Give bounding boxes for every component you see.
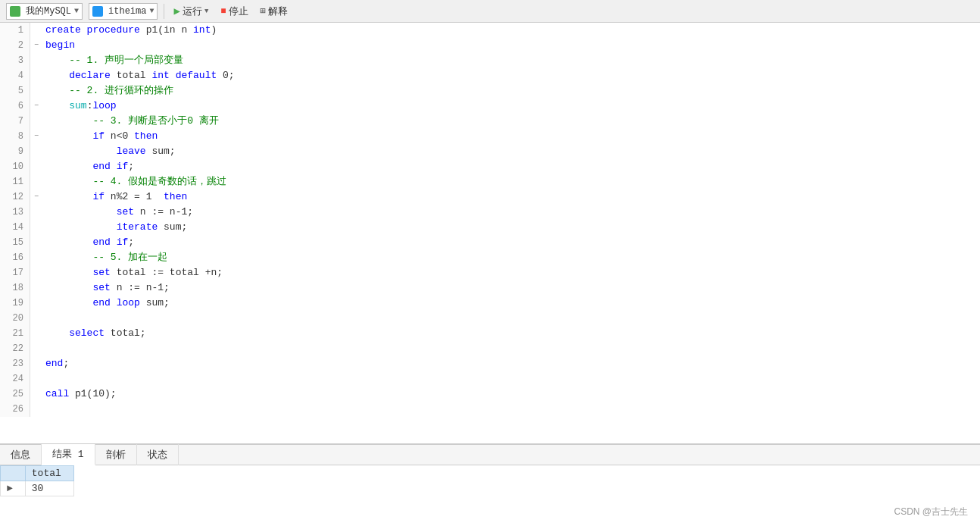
code-token: [45, 267, 92, 278]
code-token: then: [134, 130, 158, 142]
code-line-26: 26: [0, 402, 980, 417]
code-token: -- 1. 声明一个局部变量: [45, 55, 183, 66]
code-content[interactable]: end if;: [42, 235, 980, 250]
code-token: end: [92, 236, 110, 248]
watermark: CSDN @吉士先生: [894, 506, 968, 518]
code-content[interactable]: set total := total +n;: [42, 265, 980, 280]
tab-剖析[interactable]: 剖析: [95, 444, 137, 465]
code-token: [111, 161, 117, 172]
code-content[interactable]: begin: [42, 38, 980, 53]
toolbar: 我的MySQL ▼ itheima ▼ ▶ 运行 ▼ ■ 停止 ⊞ 解释: [0, 0, 980, 23]
code-content[interactable]: end loop sum;: [42, 296, 980, 311]
code-line-24: 24: [0, 371, 980, 387]
code-content[interactable]: set n := n-1;: [42, 280, 980, 296]
schema-icon: [92, 6, 103, 17]
line-number: 22: [0, 341, 30, 356]
line-number: 8: [0, 129, 30, 144]
code-token: set: [117, 206, 134, 218]
code-content[interactable]: -- 3. 判断是否小于0 离开: [42, 114, 980, 129]
explain-icon: ⊞: [261, 5, 266, 17]
code-token: begin: [45, 39, 75, 51]
code-token: loop: [117, 297, 140, 308]
fold-button[interactable]: −: [30, 129, 42, 144]
fold-button[interactable]: −: [30, 99, 42, 114]
code-token: [45, 221, 117, 233]
code-token: p1(in n: [146, 24, 193, 36]
code-token: select: [69, 327, 105, 339]
code-token: -- 5. 加在一起: [45, 252, 167, 263]
code-line-17: 17 set total := total +n;: [0, 265, 980, 280]
code-token: -- 2. 进行循环的操作: [45, 85, 173, 96]
result-table: total►30: [0, 465, 74, 496]
code-token: [45, 130, 92, 142]
code-content[interactable]: [42, 371, 980, 387]
code-content[interactable]: -- 2. 进行循环的操作: [42, 83, 980, 99]
mysql-icon: [10, 6, 20, 17]
code-content[interactable]: -- 4. 假如是奇数的话，跳过: [42, 174, 980, 189]
fold-button[interactable]: −: [30, 189, 42, 205]
code-token: [45, 146, 117, 157]
explain-button[interactable]: ⊞ 解释: [257, 3, 291, 20]
code-line-25: 25call p1(10);: [0, 387, 980, 402]
code-token: [111, 236, 117, 248]
code-token: -- 3. 判断是否小于0 离开: [45, 115, 219, 127]
run-dropdown-arrow[interactable]: ▼: [204, 8, 208, 15]
code-content[interactable]: leave sum;: [42, 144, 980, 159]
code-token: ;: [128, 161, 134, 172]
bottom-tabs: 信息结果 1剖析状态: [0, 444, 980, 465]
code-line-3: 3 -- 1. 声明一个局部变量: [0, 53, 980, 68]
code-content[interactable]: sum:loop: [42, 99, 980, 114]
line-number: 3: [0, 53, 30, 68]
code-content[interactable]: end;: [42, 356, 980, 371]
code-token: sum;: [146, 146, 176, 157]
tab-状态[interactable]: 状态: [137, 444, 179, 465]
code-content[interactable]: call p1(10);: [42, 387, 980, 402]
run-icon: ▶: [173, 5, 179, 17]
code-content[interactable]: -- 1. 声明一个局部变量: [42, 53, 980, 68]
row-indicator: ►: [1, 481, 26, 496]
code-content[interactable]: end if;: [42, 159, 980, 174]
fold-button[interactable]: −: [30, 38, 42, 53]
code-content[interactable]: [42, 341, 980, 356]
code-content[interactable]: -- 5. 加在一起: [42, 250, 980, 265]
tab-结果 1[interactable]: 结果 1: [42, 444, 95, 465]
code-token: loop: [92, 100, 116, 111]
code-line-16: 16 -- 5. 加在一起: [0, 250, 980, 265]
db-selector-1[interactable]: 我的MySQL ▼: [6, 3, 83, 20]
line-number: 26: [0, 402, 30, 417]
code-token: call: [45, 388, 69, 399]
code-line-10: 10 end if;: [0, 159, 980, 174]
code-token: [111, 297, 117, 308]
code-content[interactable]: if n<0 then: [42, 129, 980, 144]
line-number: 2: [0, 38, 30, 53]
code-line-9: 9 leave sum;: [0, 144, 980, 159]
chevron-down-icon-2: ▼: [149, 7, 154, 15]
code-line-5: 5 -- 2. 进行循环的操作: [0, 83, 980, 99]
code-content[interactable]: create procedure p1(in n int): [42, 23, 980, 38]
result-area: total►30: [0, 465, 980, 526]
code-token: total: [111, 70, 152, 81]
stop-button[interactable]: ■ 停止: [217, 3, 251, 20]
code-line-1: 1create procedure p1(in n int): [0, 23, 980, 38]
code-token: int: [193, 24, 211, 36]
code-line-4: 4 declare total int default 0;: [0, 68, 980, 83]
code-token: if: [92, 191, 105, 202]
code-content[interactable]: select total;: [42, 326, 980, 341]
code-editor[interactable]: 1create procedure p1(in n int)2−begin3 -…: [0, 23, 980, 444]
code-content[interactable]: iterate sum;: [42, 220, 980, 235]
code-token: [170, 70, 176, 81]
code-content[interactable]: [42, 402, 980, 417]
code-token: ;: [128, 236, 134, 248]
run-button[interactable]: ▶ 运行 ▼: [170, 3, 211, 20]
code-content[interactable]: [42, 311, 980, 326]
db-selector-2[interactable]: itheima ▼: [89, 3, 158, 20]
code-content[interactable]: if n%2 = 1 then: [42, 189, 980, 205]
tab-信息[interactable]: 信息: [0, 444, 42, 465]
line-number: 13: [0, 205, 30, 220]
code-content[interactable]: declare total int default 0;: [42, 68, 980, 83]
code-content[interactable]: set n := n-1;: [42, 205, 980, 220]
code-token: sum;: [158, 221, 187, 233]
line-number: 24: [0, 371, 30, 387]
code-token: sum: [69, 100, 86, 111]
code-line-19: 19 end loop sum;: [0, 296, 980, 311]
